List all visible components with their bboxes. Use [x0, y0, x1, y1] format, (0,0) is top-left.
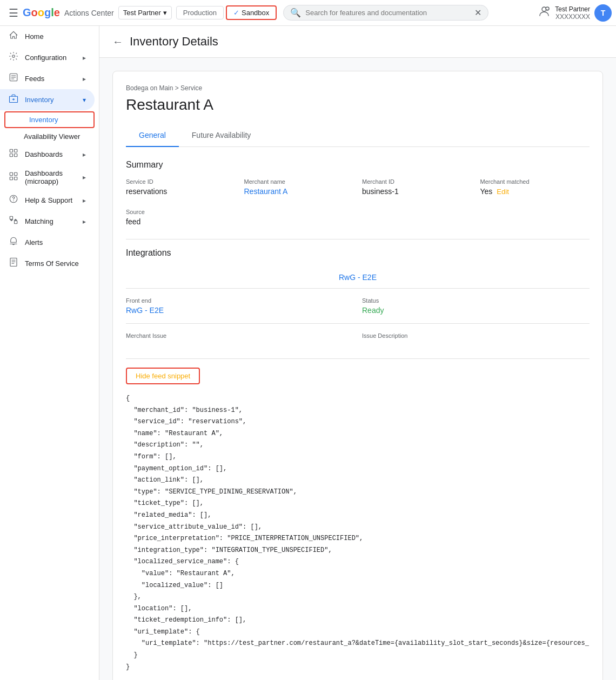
merchant-matched-edit[interactable]: Edit: [497, 188, 508, 196]
merchant-matched-field: Merchant matched Yes Edit: [480, 178, 590, 196]
page-header: ← Inventory Details: [99, 26, 616, 58]
configuration-icon: [9, 51, 18, 64]
search-clear-icon[interactable]: ✕: [474, 8, 481, 18]
svg-rect-19: [15, 221, 17, 224]
user-info: Test Partner XXXXXXXX: [555, 5, 590, 21]
integrations-title: Integrations: [126, 248, 590, 258]
sidebar-item-help-support[interactable]: Help & Support ▸: [0, 190, 95, 211]
source-field: Source feed: [126, 209, 590, 226]
home-icon: [9, 30, 18, 43]
sidebar-terms-label: Terms Of Service: [25, 259, 79, 268]
sidebar-item-home[interactable]: Home: [0, 26, 95, 47]
help-support-icon: [9, 194, 18, 206]
sidebar-dashboards-label: Dashboards: [25, 150, 63, 158]
feeds-icon: [9, 72, 18, 85]
sidebar-item-matching[interactable]: Matching ▸: [0, 211, 95, 232]
page-title: Inventory Details: [130, 35, 218, 49]
integrations-section: Integrations RwG - E2E Front end RwG - E…: [126, 248, 590, 350]
feeds-expand-icon: ▸: [83, 75, 86, 83]
search-icon: 🔍: [290, 8, 301, 18]
frontend-value[interactable]: RwG - E2E: [126, 306, 353, 315]
svg-rect-13: [15, 172, 17, 175]
sidebar-inventory-label: Inventory: [25, 96, 53, 104]
production-button[interactable]: Production: [176, 6, 224, 19]
sidebar-home-label: Home: [25, 32, 44, 41]
integration-header-link[interactable]: RwG - E2E: [339, 273, 377, 282]
detail-card: Bodega on Main > Service Restaurant A Ge…: [112, 71, 603, 680]
partner-dropdown-icon: ▾: [163, 9, 167, 17]
svg-text:+: +: [546, 8, 548, 11]
status-label: Status: [362, 297, 590, 304]
user-profile[interactable]: Test Partner XXXXXXXX T: [555, 4, 612, 22]
issue-description-field: Issue Description: [362, 332, 590, 341]
sidebar-help-support-label: Help & Support: [25, 196, 72, 204]
merchant-name-field: Merchant name Restaurant A: [244, 178, 354, 196]
dashboards-icon: [9, 148, 18, 161]
service-id-label: Service ID: [126, 178, 236, 185]
summary-grid: Service ID reservations Merchant name Re…: [126, 178, 590, 196]
feed-snippet-section: Hide feed snippet { "merchant_id": "busi…: [126, 368, 590, 673]
svg-rect-10: [10, 154, 12, 157]
status-value: Ready: [362, 306, 590, 315]
sidebar-availability-viewer-label: Availability Viewer: [24, 132, 80, 141]
inventory-sub-selected[interactable]: Inventory: [4, 111, 95, 128]
sandbox-checkmark: ✓: [233, 9, 239, 17]
svg-rect-18: [10, 216, 12, 219]
partner-selector[interactable]: Test Partner ▾: [118, 6, 172, 19]
account-management-icon[interactable]: +: [538, 5, 551, 21]
sidebar-item-feeds[interactable]: Feeds ▸: [0, 68, 95, 89]
user-id: XXXXXXXX: [555, 13, 590, 21]
svg-rect-14: [10, 177, 12, 179]
source-value: feed: [126, 217, 590, 226]
sidebar-alerts-label: Alerts: [25, 238, 43, 246]
sidebar-item-alerts[interactable]: Alerts: [0, 232, 95, 253]
merchant-matched-yes: Yes: [480, 187, 493, 196]
sidebar-item-dashboards[interactable]: Dashboards ▸: [0, 144, 95, 165]
service-id-field: Service ID reservations: [126, 178, 236, 196]
search-bar[interactable]: 🔍 ✕: [283, 5, 488, 21]
sidebar-matching-label: Matching: [25, 217, 53, 225]
status-field: Status Ready: [362, 297, 590, 315]
tab-future-availability[interactable]: Future Availability: [179, 124, 264, 147]
sidebar-inventory-sub-label: Inventory: [29, 116, 58, 124]
merchant-matched-value: Yes Edit: [480, 187, 590, 196]
source-label: Source: [126, 209, 590, 215]
matching-expand-icon: ▸: [83, 218, 86, 225]
sidebar-item-dashboards-microapp[interactable]: Dashboards (microapp) ▸: [0, 165, 95, 190]
back-button[interactable]: ←: [112, 36, 123, 48]
search-input[interactable]: [305, 9, 474, 17]
section-divider: [126, 239, 590, 239]
breadcrumb: Bodega on Main > Service: [126, 84, 590, 92]
merchant-name-label: Merchant name: [244, 178, 354, 185]
feed-snippet-code: { "merchant_id": "business-1", "service_…: [126, 393, 590, 673]
configuration-expand-icon: ▸: [83, 54, 86, 62]
sidebar-item-availability-viewer[interactable]: Availability Viewer: [0, 129, 95, 144]
sandbox-button[interactable]: ✓ Sandbox: [226, 5, 277, 20]
sidebar-item-configuration[interactable]: Configuration ▸: [0, 47, 95, 68]
dashboards-microapp-expand-icon: ▸: [83, 174, 86, 181]
hide-feed-snippet-button[interactable]: Hide feed snippet: [126, 368, 200, 384]
sidebar-item-inventory-parent[interactable]: Inventory ▾: [0, 89, 95, 110]
header-right: + Test Partner XXXXXXXX T: [538, 4, 612, 22]
merchant-name-value[interactable]: Restaurant A: [244, 187, 354, 196]
issue-description-label: Issue Description: [362, 332, 590, 339]
summary-section: Summary Service ID reservations Merchant…: [126, 160, 590, 226]
inventory-icon: [9, 94, 18, 106]
partner-name: Test Partner: [123, 9, 161, 17]
svg-rect-15: [15, 177, 17, 179]
tab-general[interactable]: General: [126, 124, 179, 147]
merchant-id-label: Merchant ID: [362, 178, 472, 185]
sandbox-label: Sandbox: [242, 9, 269, 17]
svg-rect-11: [15, 154, 17, 157]
matching-icon: [9, 215, 18, 228]
content-area: Bodega on Main > Service Restaurant A Ge…: [99, 58, 616, 680]
sidebar-dashboards-microapp-label: Dashboards (microapp): [25, 169, 76, 185]
svg-rect-12: [10, 172, 12, 175]
sidebar-item-inventory-sub[interactable]: Inventory: [5, 112, 89, 127]
dashboards-microapp-icon: [9, 171, 18, 184]
merchant-issue-field: Merchant Issue: [126, 332, 353, 341]
sidebar-feeds-label: Feeds: [25, 75, 44, 83]
menu-icon[interactable]: ☰: [4, 2, 23, 24]
production-label: Production: [183, 9, 217, 17]
sidebar-item-terms[interactable]: Terms Of Service: [0, 253, 95, 274]
